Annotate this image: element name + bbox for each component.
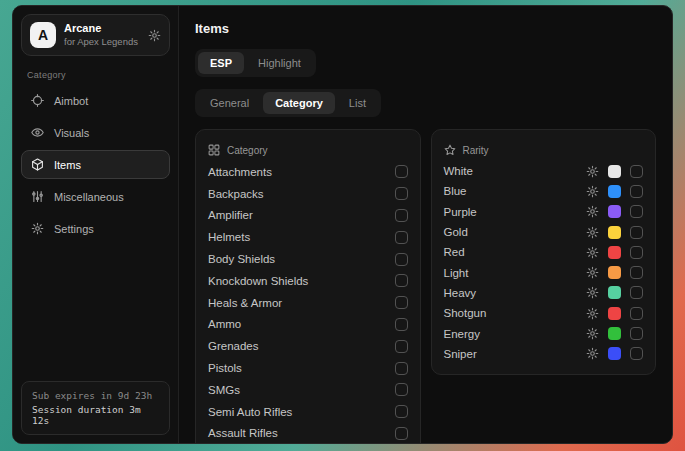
- rarity-settings-icon[interactable]: [586, 185, 599, 198]
- category-row: Knockdown Shields: [208, 270, 408, 292]
- rarity-color-swatch[interactable]: [608, 185, 621, 198]
- category-checkbox[interactable]: [395, 231, 408, 244]
- tab-highlight[interactable]: Highlight: [246, 52, 313, 74]
- rarity-checkbox[interactable]: [630, 347, 643, 360]
- rarity-checkbox[interactable]: [630, 205, 643, 218]
- app-window: A Arcane for Apex Legends Category Aimbo…: [12, 5, 673, 444]
- category-row-label: Attachments: [208, 166, 272, 178]
- rarity-color-swatch[interactable]: [608, 226, 621, 239]
- sub-expires-text: Sub expires in 9d 23h: [32, 390, 159, 401]
- category-row: Pistols: [208, 357, 408, 379]
- brand-subtitle: for Apex Legends: [64, 36, 140, 48]
- category-row: Semi Auto Rifles: [208, 401, 408, 423]
- rarity-controls: [586, 185, 643, 198]
- category-panel-title: Category: [227, 145, 268, 156]
- rarity-checkbox[interactable]: [630, 185, 643, 198]
- category-checkbox[interactable]: [395, 383, 408, 396]
- rarity-checkbox[interactable]: [630, 165, 643, 178]
- star-icon: [444, 144, 456, 156]
- crosshair-icon: [31, 94, 44, 107]
- rarity-checkbox[interactable]: [630, 266, 643, 279]
- category-checkbox[interactable]: [395, 274, 408, 287]
- rarity-row-label: Gold: [444, 226, 468, 238]
- category-row-label: Heals & Armor: [208, 297, 282, 309]
- category-checkbox[interactable]: [395, 340, 408, 353]
- sidebar-item-miscellaneous[interactable]: Miscellaneous: [21, 182, 170, 211]
- category-checkbox[interactable]: [395, 253, 408, 266]
- category-checkbox[interactable]: [395, 405, 408, 418]
- rarity-settings-icon[interactable]: [586, 286, 599, 299]
- category-row-label: Grenades: [208, 340, 259, 352]
- rarity-row-label: Blue: [444, 185, 467, 197]
- rarity-checkbox[interactable]: [630, 226, 643, 239]
- rarity-row: White: [444, 161, 644, 181]
- category-row-label: SMGs: [208, 384, 240, 396]
- eye-icon: [31, 126, 44, 139]
- rarity-settings-icon[interactable]: [586, 266, 599, 279]
- category-checkbox[interactable]: [395, 427, 408, 440]
- rarity-row: Light: [444, 262, 644, 282]
- rarity-checkbox[interactable]: [630, 307, 643, 320]
- category-checkbox[interactable]: [395, 165, 408, 178]
- rarity-color-swatch[interactable]: [608, 246, 621, 259]
- rarity-row: Gold: [444, 222, 644, 242]
- rarity-color-swatch[interactable]: [608, 307, 621, 320]
- rarity-settings-icon[interactable]: [586, 307, 599, 320]
- rarity-settings-icon[interactable]: [586, 205, 599, 218]
- category-checkbox[interactable]: [395, 296, 408, 309]
- category-row-label: Backpacks: [208, 188, 264, 200]
- rarity-row-label: Sniper: [444, 348, 477, 360]
- sidebar-item-aimbot[interactable]: Aimbot: [21, 86, 170, 115]
- sidebar-item-visuals[interactable]: Visuals: [21, 118, 170, 147]
- rarity-color-swatch[interactable]: [608, 286, 621, 299]
- rarity-controls: [586, 246, 643, 259]
- subtab-general[interactable]: General: [198, 92, 261, 114]
- grid-icon: [208, 144, 220, 156]
- rarity-controls: [586, 286, 643, 299]
- category-checkbox[interactable]: [395, 187, 408, 200]
- rarity-checkbox[interactable]: [630, 286, 643, 299]
- category-row: Assault Rifles: [208, 423, 408, 443]
- subtab-category[interactable]: Category: [263, 92, 335, 114]
- rarity-row: Purple: [444, 202, 644, 222]
- category-row-label: Amplifier: [208, 209, 253, 221]
- category-row-label: Ammo: [208, 318, 241, 330]
- rarity-settings-icon[interactable]: [586, 226, 599, 239]
- rarity-controls: [586, 327, 643, 340]
- tab-esp[interactable]: ESP: [198, 52, 244, 74]
- subtab-list[interactable]: List: [337, 92, 378, 114]
- rarity-controls: [586, 347, 643, 360]
- rarity-color-swatch[interactable]: [608, 205, 621, 218]
- brand-settings-icon[interactable]: [148, 29, 161, 42]
- rarity-color-swatch[interactable]: [608, 165, 621, 178]
- rarity-settings-icon[interactable]: [586, 327, 599, 340]
- rarity-controls: [586, 205, 643, 218]
- brand-logo: A: [30, 22, 56, 48]
- sidebar-item-items[interactable]: Items: [21, 150, 170, 179]
- view-tab-group: GeneralCategoryList: [195, 89, 381, 117]
- rarity-color-swatch[interactable]: [608, 327, 621, 340]
- rarity-checkbox[interactable]: [630, 246, 643, 259]
- rarity-settings-icon[interactable]: [586, 246, 599, 259]
- brand-card: A Arcane for Apex Legends: [21, 14, 170, 56]
- rarity-row-label: Red: [444, 246, 465, 258]
- rarity-checkbox[interactable]: [630, 327, 643, 340]
- sidebar-item-settings[interactable]: Settings: [21, 214, 170, 243]
- rarity-color-swatch[interactable]: [608, 347, 621, 360]
- rarity-settings-icon[interactable]: [586, 165, 599, 178]
- sidebar-section-label: Category: [27, 70, 164, 80]
- category-checkbox[interactable]: [395, 318, 408, 331]
- rarity-row-label: Purple: [444, 206, 477, 218]
- category-row-label: Body Shields: [208, 253, 275, 265]
- rarity-color-swatch[interactable]: [608, 266, 621, 279]
- category-checkbox[interactable]: [395, 362, 408, 375]
- category-checkbox[interactable]: [395, 209, 408, 222]
- rarity-controls: [586, 165, 643, 178]
- gear-icon: [31, 222, 44, 235]
- category-row: Grenades: [208, 335, 408, 357]
- rarity-row: Energy: [444, 323, 644, 343]
- sidebar-item-label: Miscellaneous: [54, 191, 124, 203]
- rarity-row-label: Heavy: [444, 287, 477, 299]
- sidebar-item-label: Settings: [54, 223, 94, 235]
- rarity-settings-icon[interactable]: [586, 347, 599, 360]
